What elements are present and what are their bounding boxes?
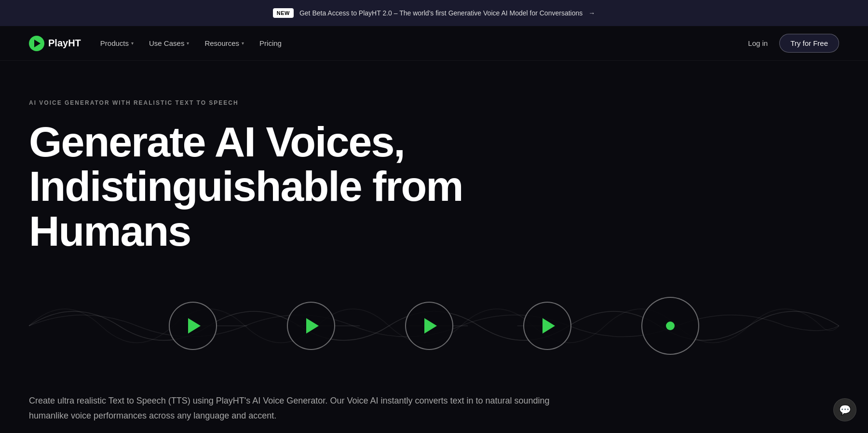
chevron-down-icon-products: ▾: [131, 41, 134, 46]
banner-arrow: →: [588, 9, 595, 17]
hero-title: Generate AI Voices, Indistinguishable fr…: [29, 120, 559, 253]
player-section: [29, 282, 839, 369]
play-icon-4: [542, 318, 555, 334]
nav-item-products[interactable]: Products ▾: [100, 35, 134, 51]
player-button-1[interactable]: [169, 302, 217, 350]
chat-icon: 💬: [839, 404, 851, 416]
nav-item-usecases[interactable]: Use Cases ▾: [149, 35, 189, 51]
chevron-down-icon-usecases: ▾: [187, 41, 189, 46]
logo-icon: [29, 36, 44, 51]
navbar-right: Log in Try for Free: [748, 34, 839, 53]
dot-icon-5: [666, 321, 675, 330]
player-button-2[interactable]: [287, 302, 335, 350]
player-button-3[interactable]: [405, 302, 453, 350]
nav-label-usecases: Use Cases: [149, 39, 184, 47]
play-icon-3: [424, 318, 437, 334]
play-icon: [34, 40, 41, 47]
chat-widget[interactable]: 💬: [833, 398, 856, 421]
player-button-4[interactable]: [523, 302, 571, 350]
nav-label-pricing: Pricing: [259, 39, 282, 47]
hero-title-line1: Generate AI Voices,: [29, 118, 405, 166]
logo-text: PlayHT: [48, 38, 81, 49]
new-badge: NEW: [273, 8, 294, 18]
nav-item-resources[interactable]: Resources ▾: [204, 35, 244, 51]
nav-label-products: Products: [100, 39, 129, 47]
play-icon-1: [188, 318, 201, 334]
player-button-5[interactable]: [641, 297, 699, 355]
players-row: [169, 297, 699, 355]
banner-text: Get Beta Access to PlayHT 2.0 – The worl…: [299, 9, 583, 17]
navbar-left: PlayHT Products ▾ Use Cases ▾ Resources …: [29, 35, 282, 51]
hero-description: Create ultra realistic Text to Speech (T…: [29, 393, 569, 423]
chevron-down-icon-resources: ▾: [242, 41, 244, 46]
hero-title-line2: Indistinguishable from Humans: [29, 162, 463, 254]
nav-links: Products ▾ Use Cases ▾ Resources ▾ Prici…: [100, 35, 282, 51]
hero-eyebrow: AI VOICE GENERATOR WITH REALISTIC TEXT T…: [29, 99, 839, 106]
navbar: PlayHT Products ▾ Use Cases ▾ Resources …: [0, 26, 868, 61]
play-icon-2: [306, 318, 319, 334]
nav-label-resources: Resources: [204, 39, 239, 47]
nav-item-pricing[interactable]: Pricing: [259, 35, 282, 51]
top-banner[interactable]: NEW Get Beta Access to PlayHT 2.0 – The …: [0, 0, 868, 26]
login-button[interactable]: Log in: [748, 39, 768, 47]
logo[interactable]: PlayHT: [29, 36, 81, 51]
hero-section: AI VOICE GENERATOR WITH REALISTIC TEXT T…: [0, 61, 868, 433]
try-free-button[interactable]: Try for Free: [779, 34, 839, 53]
